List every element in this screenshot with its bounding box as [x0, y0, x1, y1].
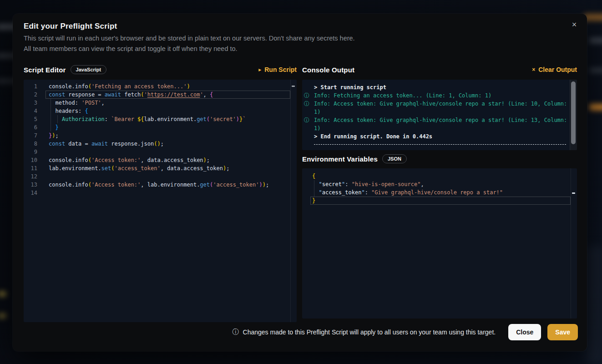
code-line[interactable]: 7}); [24, 131, 297, 140]
code-line[interactable]: 1console.info('Fetching an access token.… [24, 82, 297, 91]
code-token: 'access_token' [115, 165, 161, 172]
info-icon: ⓘ [304, 91, 314, 100]
close-icon[interactable]: × [569, 19, 580, 30]
code-token: "hive-is-open-source" [352, 181, 421, 187]
code-line[interactable]: 13console.info('Access token:', lab.envi… [24, 181, 297, 189]
code-line[interactable]: 2const response = await fetch('https://t… [24, 91, 297, 99]
env-line[interactable]: "secret": "hive-is-open-source", [302, 180, 577, 188]
line-number: 1 [24, 82, 46, 91]
code-token: ` [243, 116, 246, 122]
code-token: ) [263, 182, 266, 188]
code-token: ( [111, 165, 114, 172]
env-line[interactable]: "access_token": "Give graphql-hive/conso… [302, 188, 577, 197]
code-token: " [361, 189, 364, 196]
console-line-text: > End running script. Done in 0.442s [314, 132, 569, 141]
code-token: ( [88, 157, 91, 163]
backdrop-blur [0, 291, 6, 297]
console-line: > End running script. Done in 0.442s [304, 132, 577, 141]
line-number: 2 [24, 91, 46, 99]
environment-variables-editor[interactable]: { "secret": "hive-is-open-source", "acce… [302, 168, 577, 318]
modal-description-line1: This script will run in each user's brow… [24, 35, 355, 42]
indent-guide [51, 99, 51, 131]
env-text: "access_token": "Give graphql-hive/conso… [310, 188, 571, 197]
line-number: 8 [24, 140, 46, 148]
code-line[interactable]: 5 Authorization: `Bearer ${lab.environme… [24, 115, 297, 123]
console-output-header: Console Output × Clear Output [302, 64, 577, 76]
code-line[interactable]: 4 headers: { [24, 107, 297, 115]
console-line-text: Info: Access token: Give graphql-hive/co… [314, 116, 569, 132]
code-token: lab.environment. [144, 116, 197, 122]
code-token: ' [200, 91, 203, 98]
code-token: 'access_token' [213, 182, 259, 188]
console-scrollbar-thumb[interactable] [571, 81, 576, 144]
modal-footer: ⓘ Changes made to this Preflight Script … [24, 324, 578, 341]
format-badge: JSON [382, 154, 407, 163]
env-line[interactable]: { [302, 172, 577, 180]
editor-scroll-gutter[interactable] [290, 80, 297, 322]
preflight-script-page: × Edit your Preflight Script This script… [0, 0, 602, 364]
script-editor-heading: Script Editor [24, 66, 66, 74]
close-button[interactable]: Close [508, 324, 541, 340]
env-text: "secret": "hive-is-open-source", [310, 180, 571, 188]
code-line[interactable]: 10console.info('Access token:', data.acc… [24, 156, 297, 164]
code-token: 'Fetching an access token...' [91, 83, 187, 90]
code-token: ) [236, 116, 239, 122]
backdrop-blur [0, 313, 6, 318]
line-number: 11 [24, 164, 46, 172]
console-scrollbar-track[interactable] [570, 80, 577, 150]
code-text: const response = await fetch('https://te… [46, 91, 290, 99]
modal-description-line2: All team members can view the script and… [24, 45, 238, 52]
code-token: ' [144, 91, 147, 98]
code-token: 'Access token:' [91, 157, 141, 163]
backdrop-blur [587, 246, 602, 364]
footer-note-text: Changes made to this Preflight Script wi… [243, 329, 496, 336]
info-icon: ⓘ [233, 328, 239, 336]
console-line-text: Info: Access token: Give graphql-hive/co… [314, 100, 569, 116]
code-text: headers: { [46, 107, 290, 115]
line-number: 9 [24, 148, 46, 156]
console-line-text: Info: Fetching an access token... (Line:… [314, 91, 569, 100]
code-text [46, 189, 290, 197]
code-token [312, 181, 319, 187]
env-text: } [310, 197, 571, 205]
editor-scroll-gutter[interactable] [571, 168, 577, 318]
code-text: console.info('Access token:', data.acces… [46, 156, 290, 164]
environment-variables-header: Environment Variables JSON [302, 153, 577, 165]
console-line: ⓘInfo: Access token: Give graphql-hive/c… [304, 116, 577, 132]
code-token: 'Access token:' [91, 182, 141, 188]
code-token: const [49, 141, 65, 147]
clear-output-button[interactable]: × Clear Output [532, 66, 577, 73]
code-line[interactable]: 11lab.environment.set('access_token', da… [24, 164, 297, 172]
line-number: 10 [24, 156, 46, 164]
code-token: : [365, 189, 371, 196]
code-token: data = [65, 141, 91, 147]
line-gutter [302, 172, 310, 180]
code-text: method: 'POST', [46, 99, 290, 107]
indent-guide [314, 180, 314, 197]
overview-ruler-marker [292, 86, 295, 87]
code-line[interactable]: 9 [24, 148, 297, 156]
code-token: } [312, 197, 315, 204]
code-token: get [200, 182, 210, 188]
clear-output-label: Clear Output [538, 66, 577, 73]
code-line[interactable]: 6 } [24, 123, 297, 131]
modal-title: Edit your Preflight Script [24, 22, 117, 31]
line-number: 13 [24, 181, 46, 189]
code-token: ) [203, 157, 207, 163]
code-line[interactable]: 8const data = await response.json(); [24, 140, 297, 148]
run-script-button[interactable]: ▸ Run Script [258, 66, 297, 73]
code-line[interactable]: 12 [24, 172, 297, 181]
code-token: , [101, 100, 105, 106]
code-token: method: [49, 100, 81, 106]
code-token: { [85, 108, 88, 114]
console-line: > Start running script [304, 83, 577, 91]
code-line[interactable]: 14 [24, 189, 297, 197]
save-button[interactable]: Save [547, 324, 578, 340]
env-line[interactable]: } [302, 197, 577, 205]
play-icon: ▸ [258, 67, 261, 72]
script-code-editor[interactable]: 1console.info('Fetching an access token.… [24, 80, 297, 322]
code-line[interactable]: 3 method: 'POST', [24, 99, 297, 107]
code-token: , data.access_token [141, 157, 203, 163]
code-text: }); [46, 131, 290, 140]
language-badge: JavaScript [71, 65, 107, 74]
